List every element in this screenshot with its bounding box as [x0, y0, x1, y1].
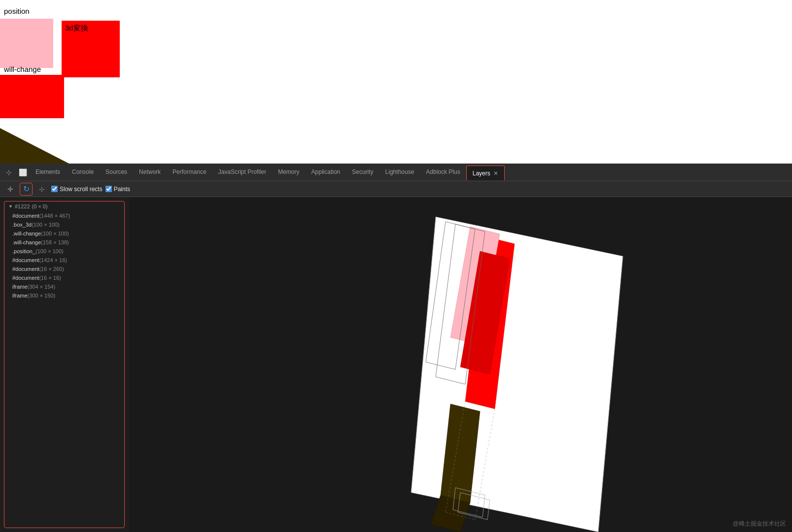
move-icon[interactable]: ⊹ [35, 183, 48, 196]
paints-checkbox[interactable] [105, 186, 112, 192]
tab-sources[interactable]: Sources [100, 164, 133, 181]
list-item[interactable]: #document(16 × 260) [4, 265, 124, 273]
pan-icon[interactable]: ✛ [4, 183, 17, 196]
layer-root-size: (0 × 0) [32, 203, 48, 209]
layers-close-icon[interactable]: ✕ [493, 170, 498, 177]
layers-tab-label: Layers [473, 170, 490, 177]
page-content: position 3d変換 will-change [0, 0, 792, 164]
tab-elements[interactable]: Elements [30, 164, 66, 181]
layer-3d-view[interactable]: @稀土掘金技术社区 [129, 197, 792, 532]
list-item[interactable]: iframe(300 × 150) [4, 291, 124, 300]
layers-main-content: ▼ #1222 (0 × 0) #document(1448 × 467) .b… [0, 197, 792, 532]
list-item[interactable]: #document(16 × 16) [4, 273, 124, 282]
slow-scroll-label: Slow scroll rects [60, 186, 103, 193]
tab-network[interactable]: Network [133, 164, 167, 181]
tab-application[interactable]: Application [306, 164, 346, 181]
tab-security[interactable]: Security [346, 164, 379, 181]
list-item[interactable]: .will-change(100 × 100) [4, 229, 124, 238]
tab-console[interactable]: Console [66, 164, 100, 181]
3d-layers-svg [129, 197, 792, 532]
paints-label: Paints [114, 186, 130, 193]
tab-layers[interactable]: Layers ✕ [466, 166, 505, 180]
position-box [0, 19, 53, 68]
expand-arrow: ▼ [8, 204, 13, 209]
tab-adblock[interactable]: Adblock Plus [420, 164, 466, 181]
layer-list-panel: ▼ #1222 (0 × 0) #document(1448 × 467) .b… [4, 201, 125, 528]
slow-scroll-checkbox-label[interactable]: Slow scroll rects [51, 186, 103, 193]
layer-root-item[interactable]: ▼ #1222 (0 × 0) [4, 201, 124, 211]
list-item[interactable]: iframe(304 × 154) [4, 282, 124, 291]
3d-visualization [129, 197, 792, 532]
tab-js-profiler[interactable]: JavaScript Profiler [212, 164, 272, 181]
will-change-box [0, 75, 64, 118]
3d-label: 3d変換 [65, 24, 88, 33]
slow-scroll-checkbox[interactable] [51, 186, 58, 192]
dark-triangle [0, 119, 69, 164]
tab-bar: ⊹ ⬜ Elements Console Sources Network Per… [0, 164, 792, 181]
watermark: @稀土掘金技术社区 [733, 520, 786, 528]
devtools-panel: ⊹ ⬜ Elements Console Sources Network Per… [0, 164, 792, 532]
tab-memory[interactable]: Memory [272, 164, 305, 181]
tab-performance[interactable]: Performance [167, 164, 212, 181]
paints-checkbox-label[interactable]: Paints [105, 186, 130, 193]
list-item[interactable]: #document(1448 × 467) [4, 211, 124, 220]
device-icon[interactable]: ⬜ [17, 166, 29, 178]
layer-root-id: #1222 [15, 203, 30, 209]
layers-toolbar: ✛ ↻ ⊹ Slow scroll rects Paints [0, 181, 792, 197]
list-item[interactable]: .position_(100 × 100) [4, 247, 124, 256]
rotate-icon[interactable]: ↻ [20, 183, 33, 196]
tab-lighthouse[interactable]: Lighthouse [379, 164, 420, 181]
list-item[interactable]: .box_3d(100 × 100) [4, 220, 124, 229]
will-change-label: will-change [4, 65, 41, 73]
list-item[interactable]: .will-change(158 × 138) [4, 238, 124, 247]
position-label: position [4, 7, 30, 15]
list-item[interactable]: #document(1424 × 16) [4, 256, 124, 265]
cursor-icon[interactable]: ⊹ [3, 166, 15, 178]
